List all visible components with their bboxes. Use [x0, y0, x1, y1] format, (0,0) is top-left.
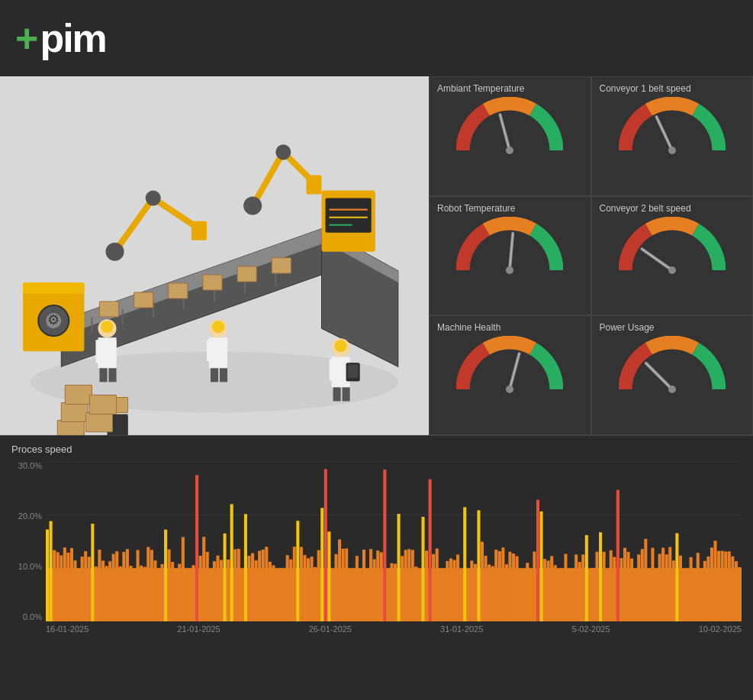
main-content: ⚙	[0, 76, 753, 435]
svg-point-22	[146, 191, 161, 206]
svg-rect-53	[333, 388, 341, 402]
svg-rect-28	[306, 176, 321, 195]
svg-rect-37	[95, 340, 101, 363]
gauge-power-usage: Power Usage	[591, 315, 754, 435]
gauge-conveyor1: Conveyor 1 belt speed	[591, 76, 754, 196]
gauge-ambient-temp: Ambiant Temperature	[429, 76, 591, 196]
svg-rect-66	[57, 421, 84, 435]
gauge-conveyor2-canvas	[619, 217, 726, 278]
logo-plus: +	[15, 15, 38, 61]
gauge-conveyor1-title: Conveyor 1 belt speed	[600, 83, 691, 94]
svg-rect-32	[203, 275, 222, 290]
chart-area: 30.0% 20.0% 10.0% 0.0% 16-01-2025 21-01-…	[11, 461, 742, 637]
y-label-30: 30.0%	[18, 461, 42, 470]
svg-rect-33	[237, 266, 256, 282]
svg-rect-51	[330, 359, 336, 380]
svg-point-21	[105, 243, 124, 261]
gauge-power-usage-title: Power Usage	[600, 322, 655, 333]
svg-rect-47	[220, 369, 227, 382]
gauge-machine-health-title: Machine Health	[437, 322, 500, 333]
logo: + pim	[15, 15, 106, 61]
gauge-robot-temp-canvas	[456, 217, 563, 278]
svg-rect-54	[343, 388, 350, 402]
x-label-1: 16-01-2025	[46, 624, 88, 634]
svg-point-55	[335, 340, 347, 352]
chart-x-labels: 16-01-2025 21-01-2025 26-01-2025 31-01-2…	[46, 621, 742, 637]
svg-rect-46	[211, 369, 218, 382]
x-label-2: 21-01-2025	[177, 624, 220, 634]
svg-rect-44	[207, 340, 213, 361]
svg-point-27	[275, 144, 291, 160]
svg-rect-15	[326, 198, 372, 233]
gauge-ambient-temp-title: Ambiant Temperature	[437, 83, 525, 94]
x-label-5: 5-02-2025	[571, 624, 610, 634]
y-label-0: 0.0%	[23, 612, 42, 621]
gauge-conveyor1-canvas	[619, 97, 726, 158]
gauge-conveyor2: Conveyor 2 belt speed	[591, 196, 754, 316]
gauge-robot-temp: Robot Temperature	[429, 196, 591, 316]
svg-rect-30	[134, 292, 153, 308]
bar-chart-canvas	[46, 461, 742, 621]
x-label-6: 10-02-2025	[699, 624, 742, 634]
chart-y-labels: 30.0% 20.0% 10.0% 0.0%	[11, 461, 46, 621]
svg-rect-70	[89, 395, 116, 415]
factory-illustration: ⚙	[0, 76, 429, 435]
gauge-ambient-temp-canvas	[456, 97, 563, 158]
svg-rect-40	[109, 369, 117, 382]
svg-rect-34	[272, 258, 291, 273]
header: + pim	[0, 0, 753, 76]
svg-rect-57	[348, 365, 359, 379]
x-label-4: 31-01-2025	[440, 624, 483, 634]
svg-rect-68	[65, 385, 92, 405]
x-label-3: 26-01-2025	[309, 624, 352, 634]
y-label-10: 10.0%	[18, 562, 42, 571]
chart-section: Proces speed 30.0% 20.0% 10.0% 0.0% 16-0…	[0, 435, 753, 644]
svg-rect-69	[85, 413, 112, 432]
svg-rect-67	[61, 403, 88, 422]
svg-rect-61	[122, 417, 128, 435]
gauge-machine-health-canvas	[456, 336, 563, 397]
y-label-20: 20.0%	[18, 511, 42, 521]
svg-rect-29	[99, 302, 118, 317]
logo-text: pim	[40, 18, 105, 58]
gauge-machine-health: Machine Health	[429, 315, 591, 435]
gauge-power-usage-canvas	[619, 336, 726, 397]
svg-rect-31	[169, 283, 188, 298]
svg-point-48	[212, 321, 224, 333]
svg-rect-10	[23, 282, 84, 294]
chart-title: Proces speed	[11, 444, 742, 455]
svg-point-26	[243, 197, 262, 215]
factory-panel: ⚙	[0, 76, 429, 435]
svg-text:⚙: ⚙	[47, 312, 60, 327]
gauge-conveyor2-title: Conveyor 2 belt speed	[600, 203, 691, 214]
chart-inner	[46, 461, 742, 621]
svg-rect-39	[99, 369, 107, 382]
svg-rect-38	[111, 340, 117, 363]
svg-rect-23	[191, 221, 207, 240]
gauges-panel: Ambiant Temperature Conveyor 1 belt spee…	[429, 76, 753, 435]
svg-rect-45	[221, 340, 227, 361]
svg-point-41	[101, 321, 113, 333]
gauge-robot-temp-title: Robot Temperature	[437, 203, 516, 214]
